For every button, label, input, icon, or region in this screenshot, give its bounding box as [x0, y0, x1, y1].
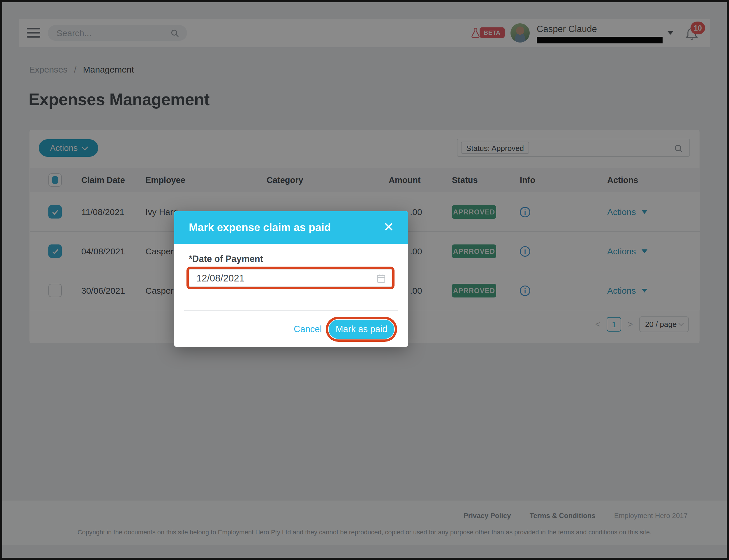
date-of-payment-field — [189, 269, 392, 287]
close-icon[interactable]: ✕ — [383, 211, 394, 244]
modal-header: Mark expense claim as paid ✕ — [174, 211, 408, 244]
calendar-icon[interactable] — [376, 273, 386, 285]
date-of-payment-input[interactable] — [196, 270, 360, 287]
modal-title: Mark expense claim as paid — [189, 211, 331, 244]
mark-as-paid-modal: Mark expense claim as paid ✕ *Date of Pa… — [174, 211, 408, 347]
date-of-payment-label: *Date of Payment — [189, 254, 263, 264]
modal-divider — [184, 310, 398, 311]
expenses-management-page: BETA Casper Claude 10 Expenses / Managem… — [0, 0, 729, 560]
cancel-button[interactable]: Cancel — [294, 320, 322, 339]
mark-as-paid-button[interactable]: Mark as paid — [329, 320, 394, 339]
